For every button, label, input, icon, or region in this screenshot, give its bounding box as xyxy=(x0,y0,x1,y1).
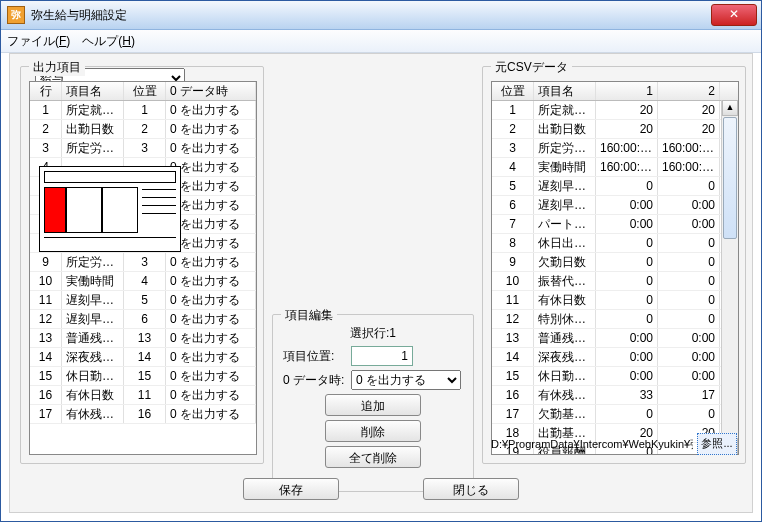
group-csv-data: 元CSVデータ 位置 項目名 1 2 1所定就…20202出勤日数20203所定… xyxy=(482,66,746,464)
table-row[interactable]: 17欠勤基…00 xyxy=(492,405,738,424)
app-icon: 弥 xyxy=(7,6,25,24)
table-row[interactable]: 16有休残…3317 xyxy=(492,386,738,405)
output-table[interactable]: 行 項目名 位置 0 データ時 1所定就…10 を出力する2出勤日数20 を出力… xyxy=(29,81,257,455)
table-row[interactable]: 2出勤日数20 を出力する xyxy=(30,120,256,139)
table-row[interactable]: 3所定労…30 を出力する xyxy=(30,139,256,158)
table-row[interactable]: 11遅刻早…50 を出力する xyxy=(30,291,256,310)
table-row[interactable]: 1所定就…10 を出力する xyxy=(30,101,256,120)
delete-all-button[interactable]: 全て削除 xyxy=(325,446,421,468)
csv-table-header: 位置 項目名 1 2 xyxy=(492,82,738,101)
selected-row-label: 選択行:1 xyxy=(273,325,473,342)
layout-diagram xyxy=(39,166,181,252)
client-area: 出力項目 行 項目名 位置 0 データ時 1所定就…10 を出力する2出勤日数2… xyxy=(9,53,753,513)
table-row[interactable]: 14深夜残…0:000:00 xyxy=(492,348,738,367)
table-row[interactable]: 13普通残…130 を出力する xyxy=(30,329,256,348)
table-row[interactable]: 16有休日数110 を出力する xyxy=(30,386,256,405)
table-row[interactable]: 15休日勤…0:000:00 xyxy=(492,367,738,386)
table-row[interactable]: 7パート時…0:000:00 xyxy=(492,215,738,234)
table-row[interactable]: 17有休残…160 を出力する xyxy=(30,405,256,424)
col-1: 1 xyxy=(596,82,658,100)
group-item-edit: 項目編集 選択行:1 項目位置: 0 データ時: 0 を出力する 追加 削除 全… xyxy=(272,314,474,492)
group-item-edit-title: 項目編集 xyxy=(281,307,337,324)
col-zero: 0 データ時 xyxy=(166,82,256,100)
table-row[interactable]: 14深夜残…140 を出力する xyxy=(30,348,256,367)
scroll-up-icon[interactable]: ▲ xyxy=(722,100,738,116)
table-row[interactable]: 11有休日数00 xyxy=(492,291,738,310)
table-row[interactable]: 2出勤日数2020 xyxy=(492,120,738,139)
col-pos: 位置 xyxy=(124,82,166,100)
col-name: 項目名 xyxy=(534,82,596,100)
group-output-items: 出力項目 行 項目名 位置 0 データ時 1所定就…10 を出力する2出勤日数2… xyxy=(20,66,264,464)
table-row[interactable]: 4実働時間160:00:00160:00:00 xyxy=(492,158,738,177)
table-row[interactable]: 9所定労…30 を出力する xyxy=(30,253,256,272)
titlebar: 弥 弥生給与明細設定 ✕ xyxy=(1,1,761,30)
menu-help[interactable]: ヘルプ(H) xyxy=(82,33,135,50)
csv-scrollbar[interactable]: ▲ ▼ xyxy=(721,100,738,454)
csv-path-label: D:¥ProgramData¥Intercom¥WebKyukin¥弥 xyxy=(491,437,693,452)
csv-table[interactable]: 位置 項目名 1 2 1所定就…20202出勤日数20203所定労…160:00… xyxy=(491,81,739,455)
output-table-header: 行 項目名 位置 0 データ時 xyxy=(30,82,256,101)
window-title: 弥生給与明細設定 xyxy=(31,7,127,24)
col-row: 行 xyxy=(30,82,62,100)
item-pos-label: 項目位置: xyxy=(283,348,345,365)
table-row[interactable]: 15休日勤…150 を出力する xyxy=(30,367,256,386)
table-row[interactable]: 13普通残…0:000:00 xyxy=(492,329,738,348)
delete-button[interactable]: 削除 xyxy=(325,420,421,442)
close-button[interactable]: 閉じる xyxy=(423,478,519,500)
app-window: 弥 弥生給与明細設定 ✕ ファイル(F) ヘルプ(H) 出力項目 行 項目名 位… xyxy=(0,0,762,522)
group-csv-title: 元CSVデータ xyxy=(491,59,572,76)
zero-data-label: 0 データ時: xyxy=(283,372,345,389)
item-pos-input[interactable] xyxy=(351,346,413,366)
close-icon[interactable]: ✕ xyxy=(711,4,757,26)
add-button[interactable]: 追加 xyxy=(325,394,421,416)
save-button[interactable]: 保存 xyxy=(243,478,339,500)
browse-button[interactable]: 参照... xyxy=(697,433,737,455)
zero-data-select[interactable]: 0 を出力する xyxy=(351,370,461,390)
bottom-buttons: 保存 閉じる xyxy=(10,478,752,500)
table-row[interactable]: 12遅刻早…60 を出力する xyxy=(30,310,256,329)
col-pos: 位置 xyxy=(492,82,534,100)
table-row[interactable]: 10実働時間40 を出力する xyxy=(30,272,256,291)
table-row[interactable]: 10振替代…00 xyxy=(492,272,738,291)
table-row[interactable]: 6遅刻早…0:000:00 xyxy=(492,196,738,215)
table-row[interactable]: 9欠勤日数00 xyxy=(492,253,738,272)
scroll-thumb[interactable] xyxy=(723,117,737,239)
menu-file[interactable]: ファイル(F) xyxy=(7,33,70,50)
col-name: 項目名 xyxy=(62,82,124,100)
col-2: 2 xyxy=(658,82,720,100)
menubar: ファイル(F) ヘルプ(H) xyxy=(1,30,761,53)
table-row[interactable]: 3所定労…160:00:00160:00:00 xyxy=(492,139,738,158)
table-row[interactable]: 1所定就…2020 xyxy=(492,101,738,120)
table-row[interactable]: 12特別休…00 xyxy=(492,310,738,329)
group-output-title: 出力項目 xyxy=(29,59,85,76)
table-row[interactable]: 5遅刻早…00 xyxy=(492,177,738,196)
table-row[interactable]: 8休日出…00 xyxy=(492,234,738,253)
